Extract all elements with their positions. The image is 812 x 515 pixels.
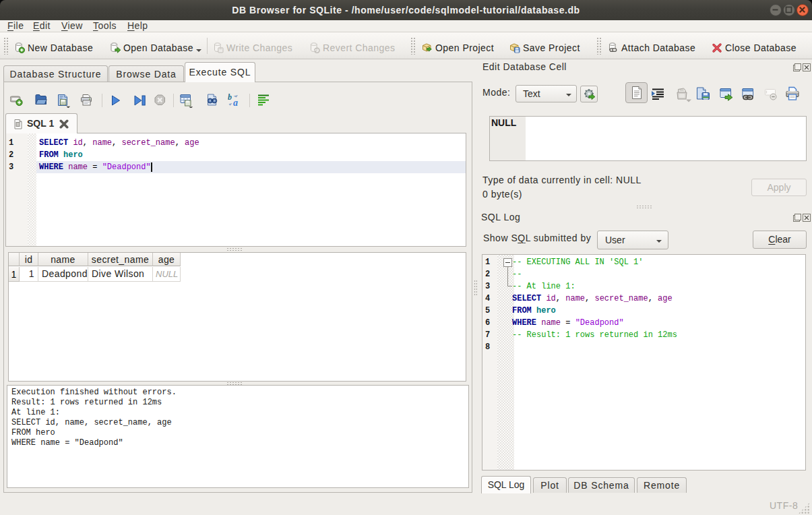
- svg-text:a: a: [233, 98, 238, 108]
- svg-text:b: b: [228, 93, 232, 102]
